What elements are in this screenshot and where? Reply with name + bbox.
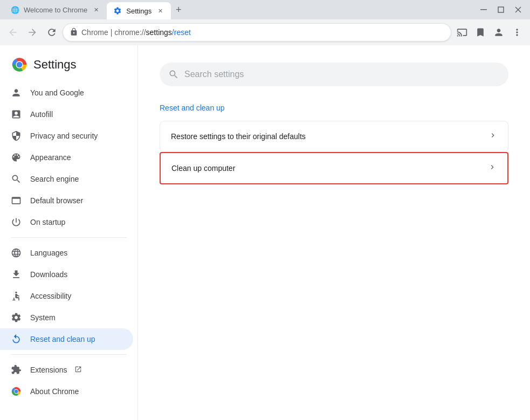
sidebar-divider-1 [11, 237, 127, 238]
svg-point-7 [15, 292, 17, 293]
svg-point-6 [17, 62, 23, 68]
new-tab-button[interactable]: + [171, 2, 186, 17]
highlighted-wrapper: Clean up computer [160, 152, 508, 184]
address-bar[interactable]: Chrome | chrome://settings/reset [63, 23, 451, 42]
sidebar-label-reset-cleanup: Reset and clean up [30, 335, 95, 343]
extensions-icon [11, 364, 22, 375]
sidebar-label-appearance: Appearance [30, 153, 71, 162]
reset-icon [11, 334, 22, 345]
sidebar-item-accessibility[interactable]: Accessibility [0, 285, 133, 307]
cast-button[interactable] [453, 24, 471, 41]
sidebar: Settings You and Google Autofill Priv [0, 45, 138, 420]
sidebar-item-default-browser[interactable]: Default browser [0, 190, 133, 211]
tab-welcome-close[interactable]: ✕ [92, 5, 100, 14]
forward-button[interactable] [24, 24, 41, 41]
svg-rect-1 [498, 7, 504, 12]
sidebar-item-reset-cleanup[interactable]: Reset and clean up [0, 328, 133, 350]
cleanup-computer-arrow [488, 163, 497, 174]
sidebar-item-system[interactable]: System [0, 307, 133, 328]
sidebar-label-privacy-security: Privacy and security [30, 132, 98, 140]
search-bar-icon [168, 69, 179, 80]
tab-welcome[interactable]: 🌐 Welcome to Chrome ✕ [4, 1, 107, 18]
sidebar-item-autofill[interactable]: Autofill [0, 104, 133, 125]
sidebar-label-accessibility: Accessibility [30, 292, 71, 300]
accessibility-icon [11, 291, 22, 301]
search-input[interactable] [184, 70, 500, 79]
menu-button[interactable] [508, 24, 526, 41]
chrome-logo-icon [11, 56, 28, 73]
sidebar-item-privacy-security[interactable]: Privacy and security [0, 125, 133, 147]
settings-title: Settings [33, 58, 77, 72]
bookmark-button[interactable] [472, 24, 489, 41]
shield-icon [11, 130, 22, 141]
sidebar-item-you-and-google[interactable]: You and Google [0, 82, 133, 104]
browser-icon [11, 195, 22, 206]
tab-settings-close[interactable]: ✕ [156, 6, 164, 15]
extensions-item-label: Extensions [30, 366, 82, 375]
address-text: Chrome | chrome://settings/reset [81, 28, 444, 37]
maximize-button[interactable] [493, 2, 508, 17]
profile-button[interactable] [490, 24, 507, 41]
back-button[interactable] [4, 24, 22, 41]
sidebar-item-about-chrome[interactable]: About Chrome [0, 381, 133, 402]
lock-icon [70, 27, 78, 38]
search-icon [11, 174, 22, 184]
restore-defaults-label: Restore settings to their original defau… [171, 132, 306, 141]
sidebar-item-extensions[interactable]: Extensions [0, 359, 133, 381]
sidebar-label-languages: Languages [30, 249, 67, 257]
search-bar[interactable] [160, 63, 508, 86]
tab-welcome-label: Welcome to Chrome [24, 6, 87, 14]
title-bar: 🌐 Welcome to Chrome ✕ Settings ✕ + [0, 0, 530, 19]
minimize-button[interactable] [476, 2, 491, 17]
sidebar-label-system: System [30, 313, 56, 322]
sidebar-item-appearance[interactable]: Appearance [0, 147, 133, 168]
main-content: Reset and clean up Restore settings to t… [138, 45, 530, 420]
power-icon [11, 217, 22, 228]
sidebar-item-downloads[interactable]: Downloads [0, 264, 133, 285]
reload-button[interactable] [43, 24, 60, 41]
section-title: Reset and clean up [160, 104, 508, 112]
sidebar-label-on-startup: On startup [30, 218, 65, 226]
sidebar-label-autofill: Autofill [30, 110, 53, 119]
settings-list: Restore settings to their original defau… [160, 121, 508, 152]
svg-point-10 [15, 390, 18, 394]
person-icon [11, 87, 22, 98]
settings-favicon [113, 6, 122, 15]
download-icon [11, 269, 22, 280]
sidebar-item-languages[interactable]: Languages [0, 242, 133, 264]
about-chrome-icon [11, 386, 22, 397]
sidebar-label-downloads: Downloads [30, 270, 67, 279]
welcome-favicon: 🌐 [11, 5, 19, 14]
autofill-icon [11, 109, 22, 120]
sidebar-header: Settings [0, 50, 137, 82]
sidebar-item-on-startup[interactable]: On startup [0, 211, 133, 233]
language-icon [11, 247, 22, 258]
sidebar-label-search-engine: Search engine [30, 175, 79, 183]
browser-frame: 🌐 Welcome to Chrome ✕ Settings ✕ + [0, 0, 530, 420]
close-button[interactable] [511, 2, 526, 17]
sidebar-label-default-browser: Default browser [30, 196, 83, 205]
system-icon [11, 312, 22, 323]
toolbar: Chrome | chrome://settings/reset [0, 19, 530, 45]
tab-settings[interactable]: Settings ✕ [107, 2, 171, 19]
sidebar-divider-2 [11, 354, 127, 355]
toolbar-actions [453, 24, 526, 41]
palette-icon [11, 152, 22, 163]
settings-item-cleanup-computer[interactable]: Clean up computer [161, 153, 507, 183]
svg-rect-0 [480, 9, 487, 10]
sidebar-label-extensions: Extensions [30, 366, 67, 374]
tab-settings-label: Settings [126, 7, 152, 15]
main-layout: Settings You and Google Autofill Priv [0, 45, 530, 420]
restore-defaults-arrow [488, 131, 497, 142]
sidebar-item-search-engine[interactable]: Search engine [0, 168, 133, 190]
external-link-icon [74, 366, 82, 375]
settings-item-restore-defaults[interactable]: Restore settings to their original defau… [160, 121, 508, 152]
window-controls [476, 2, 526, 17]
sidebar-label-you-and-google: You and Google [30, 88, 84, 97]
cleanup-computer-label: Clean up computer [171, 164, 235, 173]
sidebar-label-about-chrome: About Chrome [30, 387, 79, 396]
